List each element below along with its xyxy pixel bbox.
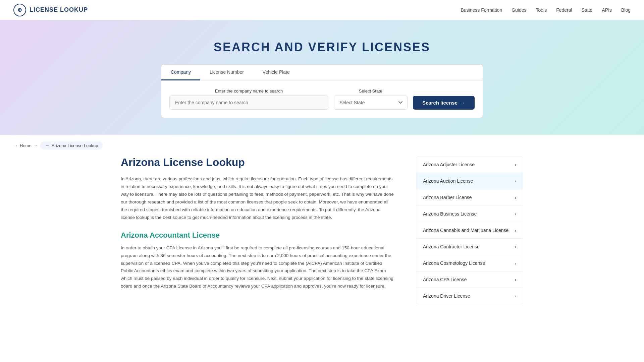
section-title: Arizona Accountant License <box>121 231 396 240</box>
chevron-right-icon: › <box>515 244 516 249</box>
chevron-right-icon: › <box>515 277 516 282</box>
sidebar-item[interactable]: Arizona Auction License› <box>416 173 523 189</box>
chevron-right-icon: › <box>515 212 516 217</box>
sidebar-item[interactable]: Arizona Cosmetology License› <box>416 255 523 271</box>
logo-text: LICENSE LOOKUP <box>30 6 88 13</box>
logo[interactable]: ⊕ LICENSE LOOKUP <box>13 4 88 16</box>
breadcrumb-home[interactable]: Home <box>20 143 32 148</box>
sidebar-item[interactable]: Arizona Barber License› <box>416 189 523 205</box>
nav-tools[interactable]: Tools <box>536 7 547 13</box>
nav-apis[interactable]: APIs <box>602 7 612 13</box>
tab-company[interactable]: Company <box>161 65 200 80</box>
sidebar-item-label: Arizona Auction License <box>423 178 473 184</box>
content-left: Arizona License Lookup In Arizona, there… <box>121 156 416 304</box>
nav-state[interactable]: State <box>582 7 593 13</box>
breadcrumb-arrow-icon: → <box>45 143 50 148</box>
section-body: In order to obtain your CPA License in A… <box>121 244 396 291</box>
company-label: Enter the company name to search <box>169 88 328 94</box>
sidebar-item-label: Arizona Cannabis and Marijuana License <box>423 228 508 233</box>
nav-links: Business FormationGuidesToolsFederalStat… <box>461 7 631 13</box>
sidebar-item-label: Arizona Adjuster License <box>423 162 475 167</box>
arrow-right-icon: → <box>460 100 465 106</box>
search-box: Company License Number Vehicle Plate Ent… <box>161 64 483 118</box>
chevron-right-icon: › <box>515 162 516 167</box>
intro-text: In Arizona, there are various profession… <box>121 175 396 222</box>
tab-bar: Company License Number Vehicle Plate <box>161 65 483 80</box>
sidebar-item-label: Arizona Contractor License <box>423 244 480 249</box>
sidebar-item-label: Arizona Business License <box>423 211 477 217</box>
chevron-right-icon: › <box>515 179 516 184</box>
sidebar-item[interactable]: Arizona Cannabis and Marijuana License› <box>416 222 523 238</box>
sidebar-item[interactable]: Arizona CPA License› <box>416 272 523 288</box>
chevron-right-icon: › <box>515 294 516 299</box>
state-select[interactable]: Select StateAlabamaAlaskaArizonaArkansas… <box>334 96 408 110</box>
sidebar-item-label: Arizona CPA License <box>423 277 467 282</box>
breadcrumb: → Home → → Arizona License Lookup <box>0 135 644 156</box>
breadcrumb-current: → Arizona License Lookup <box>40 141 103 149</box>
chevron-right-icon: › <box>515 228 516 233</box>
nav-federal[interactable]: Federal <box>556 7 572 13</box>
breadcrumb-current-label: Arizona License Lookup <box>52 143 98 148</box>
arrow-icon: → <box>13 143 18 148</box>
sidebar-item[interactable]: Arizona Business License› <box>416 206 523 222</box>
search-button[interactable]: Search license → <box>413 96 475 110</box>
company-field-group: Enter the company name to search <box>169 88 328 110</box>
nav-blog[interactable]: Blog <box>621 7 631 13</box>
state-label: Select State <box>334 88 408 94</box>
hero-title: SEARCH AND VERIFY LICENSES <box>13 40 631 54</box>
nav-business-formation[interactable]: Business Formation <box>461 7 502 13</box>
navbar: ⊕ LICENSE LOOKUP Business FormationGuide… <box>0 0 644 20</box>
main-content: Arizona License Lookup In Arizona, there… <box>107 156 537 324</box>
company-input[interactable] <box>169 96 328 110</box>
sidebar: Arizona Adjuster License›Arizona Auction… <box>416 156 523 304</box>
page-title: Arizona License Lookup <box>121 156 396 169</box>
sidebar-list: Arizona Adjuster License›Arizona Auction… <box>416 156 523 304</box>
chevron-right-icon: › <box>515 195 516 200</box>
sidebar-item-label: Arizona Driver License <box>423 293 470 299</box>
sidebar-item[interactable]: Arizona Adjuster License› <box>416 157 523 173</box>
breadcrumb-separator: → <box>34 143 38 148</box>
tab-license-number[interactable]: License Number <box>200 65 253 80</box>
sidebar-item-label: Arizona Barber License <box>423 195 472 200</box>
search-button-label: Search license <box>422 100 458 106</box>
tab-vehicle-plate[interactable]: Vehicle Plate <box>253 65 299 80</box>
sidebar-item-label: Arizona Cosmetology License <box>423 260 485 266</box>
sidebar-item[interactable]: Arizona Contractor License› <box>416 239 523 255</box>
search-form: Enter the company name to search Select … <box>161 80 483 118</box>
nav-guides[interactable]: Guides <box>512 7 526 13</box>
hero-section: SEARCH AND VERIFY LICENSES Company Licen… <box>0 20 644 135</box>
state-field-group: Select State Select StateAlabamaAlaskaAr… <box>334 88 408 110</box>
chevron-right-icon: › <box>515 261 516 266</box>
sidebar-item[interactable]: Arizona Driver License› <box>416 288 523 304</box>
logo-icon: ⊕ <box>13 4 26 16</box>
